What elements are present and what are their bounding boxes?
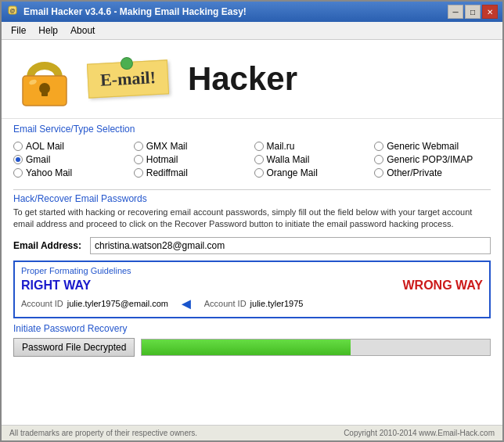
minimize-button[interactable]: ─ <box>448 5 463 19</box>
padlock-icon <box>13 48 76 110</box>
title-bar: @ Email Hacker v3.4.6 - Making Email Hac… <box>2 2 502 22</box>
description-text: To get started with hacking or recoverin… <box>13 207 491 231</box>
formatting-content: Account ID julie.tyler1975@email.com ◄ A… <box>21 295 483 313</box>
arrow-left-icon: ◄ <box>178 295 194 313</box>
radio-hotmail-label: Hotmail <box>146 154 178 165</box>
radio-mailru-label: Mail.ru <box>267 141 295 152</box>
main-window: @ Email Hacker v3.4.6 - Making Email Hac… <box>0 0 504 442</box>
formatting-section: Proper Formating Guidelines RIGHT WAY WR… <box>13 261 491 318</box>
password-row: Password File Decrypted <box>13 338 491 357</box>
radio-gmx[interactable]: GMX Mail <box>134 141 250 152</box>
title-controls: ─ □ ✕ <box>448 5 498 19</box>
radio-walla-label: Walla Mail <box>267 154 310 165</box>
wrong-account-row: Account ID julie.tyler1975 <box>204 299 304 308</box>
main-content: E-mail! Hacker Email Service/Type Select… <box>2 40 502 440</box>
radio-rediff[interactable]: Rediffmail <box>134 167 250 178</box>
progress-bar-container <box>141 339 491 356</box>
radio-generic-web-label: Generic Webmail <box>387 141 459 152</box>
maximize-button[interactable]: □ <box>465 5 481 19</box>
menu-bar: File Help About <box>2 22 502 40</box>
radio-hotmail[interactable]: Hotmail <box>134 154 250 165</box>
radio-aol-circle[interactable] <box>13 142 23 151</box>
radio-generic-pop-circle[interactable] <box>374 155 383 164</box>
menu-file[interactable]: File <box>5 23 32 38</box>
radio-gmail-circle[interactable] <box>13 155 23 164</box>
email-note: E-mail! <box>87 59 169 98</box>
divider-1 <box>13 189 491 190</box>
formatting-label: Proper Formating Guidelines <box>21 266 483 275</box>
radio-orange-label: Orange Mail <box>267 167 318 178</box>
radio-gmail-label: Gmail <box>26 154 50 165</box>
radio-gmail[interactable]: Gmail <box>13 154 130 165</box>
window-title: Email Hacker v3.4.6 - Making Email Hacki… <box>23 6 247 17</box>
radio-generic-pop-label: Generic POP3/IMAP <box>387 154 473 165</box>
email-service-label: Email Service/Type Selection <box>13 124 491 135</box>
radio-generic-pop[interactable]: Generic POP3/IMAP <box>374 154 491 165</box>
app-icon: @ <box>6 5 19 18</box>
radio-gmx-circle[interactable] <box>134 142 143 151</box>
email-row: Email Address: <box>13 237 491 254</box>
email-note-text: E-mail! <box>99 67 156 90</box>
email-field-label: Email Address: <box>13 240 84 251</box>
right-account-value: julie.tyler1975@email.com <box>67 299 168 308</box>
radio-rediff-circle[interactable] <box>134 168 143 178</box>
email-input[interactable] <box>90 237 491 254</box>
header-section: E-mail! Hacker <box>2 40 502 119</box>
footer-left: All trademarks are property of their res… <box>9 429 197 437</box>
radio-generic-web[interactable]: Generic Webmail <box>374 141 491 152</box>
radio-other[interactable]: Other/Private <box>374 167 491 178</box>
right-account-label: Account ID <box>21 299 63 308</box>
right-account-row: Account ID julie.tyler1975@email.com <box>21 299 168 308</box>
wrong-account-value: julie.tyler1975 <box>250 299 304 308</box>
radio-hotmail-circle[interactable] <box>134 155 143 164</box>
wrong-way-label: WRONG WAY <box>402 278 483 293</box>
radio-yahoo[interactable]: Yahoo Mail <box>13 167 130 178</box>
progress-bar-fill <box>142 340 351 355</box>
title-bar-left: @ Email Hacker v3.4.6 - Making Email Hac… <box>6 5 247 18</box>
radio-aol[interactable]: AOL Mail <box>13 141 130 152</box>
radio-gmx-label: GMX Mail <box>146 141 188 152</box>
radio-orange[interactable]: Orange Mail <box>254 167 371 178</box>
hack-section-label: Hack/Recover Email Passwords <box>13 193 491 204</box>
hacker-title: Hacker <box>188 60 297 98</box>
radio-aol-label: AOL Mail <box>26 141 64 152</box>
wrong-account-label: Account ID <box>204 299 247 308</box>
radio-walla[interactable]: Walla Mail <box>254 154 371 165</box>
radio-rediff-label: Rediffmail <box>146 167 188 178</box>
formatting-header-row: RIGHT WAY WRONG WAY <box>21 278 483 293</box>
right-way-label: RIGHT WAY <box>21 278 91 293</box>
password-section-label: Initiate Password Recovery <box>13 323 491 334</box>
footer-right: Copyright 2010-2014 www.Email-Hack.com <box>344 429 495 437</box>
radio-walla-circle[interactable] <box>254 155 264 164</box>
svg-rect-4 <box>41 88 48 96</box>
radio-yahoo-label: Yahoo Mail <box>26 167 72 178</box>
close-button[interactable]: ✕ <box>482 5 498 19</box>
svg-text:@: @ <box>10 8 16 13</box>
radio-mailru-circle[interactable] <box>254 142 264 151</box>
radio-other-circle[interactable] <box>374 168 383 178</box>
radio-other-label: Other/Private <box>387 167 442 178</box>
radio-generic-web-circle[interactable] <box>374 142 383 151</box>
radio-grid: AOL Mail GMX Mail Mail.ru Generic Webmai… <box>13 138 491 181</box>
radio-yahoo-circle[interactable] <box>13 168 23 178</box>
radio-mailru[interactable]: Mail.ru <box>254 141 371 152</box>
body-section: Email Service/Type Selection AOL Mail GM… <box>2 119 502 425</box>
menu-help[interactable]: Help <box>32 23 64 38</box>
footer: All trademarks are property of their res… <box>2 425 502 440</box>
radio-orange-circle[interactable] <box>254 168 264 178</box>
decrypt-button[interactable]: Password File Decrypted <box>13 338 135 357</box>
menu-about[interactable]: About <box>64 23 101 38</box>
